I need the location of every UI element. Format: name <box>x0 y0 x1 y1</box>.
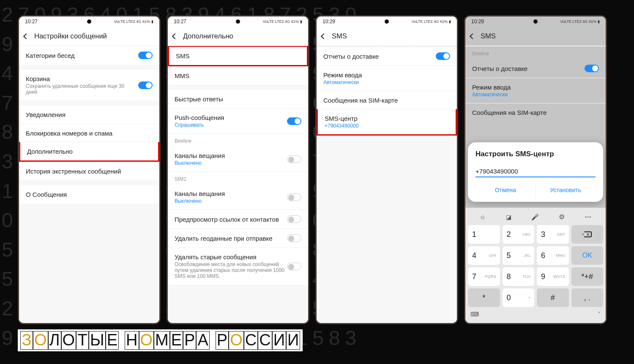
key-0[interactable]: 0+ <box>503 288 535 307</box>
toggle-broadcast-2[interactable] <box>287 193 301 201</box>
back-icon[interactable] <box>321 33 327 39</box>
toggle-broadcast-1[interactable] <box>287 155 301 163</box>
status-time: 10:27 <box>25 19 38 24</box>
section-beeline: Beeline <box>465 46 606 59</box>
status-right: VoLTE LTE2 4G 61%▮ <box>560 19 600 24</box>
header: Дополнительно <box>168 27 308 46</box>
toggle-delivery[interactable] <box>585 65 599 72</box>
sms-center-input[interactable] <box>476 166 596 177</box>
camera-hole <box>236 19 240 24</box>
status-right: VoLTE LTE2 4G 61%▮ <box>263 19 302 24</box>
status-time: 10:27 <box>174 19 186 24</box>
key-7[interactable]: 7PQRS <box>468 267 500 286</box>
page-title: Дополнительно <box>183 32 233 40</box>
camera-hole <box>385 19 389 24</box>
toggle-geo[interactable] <box>287 234 301 242</box>
header: Настройки сообщений <box>19 27 159 46</box>
status-time: 10:29 <box>471 19 484 24</box>
row-sim-messages[interactable]: Сообщения на SIM-карте <box>465 103 606 122</box>
row-about[interactable]: О Сообщения <box>19 185 159 204</box>
key-3[interactable]: 3DEF <box>537 225 569 244</box>
key-6[interactable]: 6MNO <box>537 246 569 265</box>
key-hash[interactable]: # <box>537 288 569 307</box>
emoji-icon[interactable] <box>480 213 486 221</box>
toggle-delivery[interactable] <box>436 52 450 60</box>
status-right: VoLTE LTE2 4G 61%▮ <box>412 19 451 24</box>
page-title: Настройки сообщений <box>34 32 107 40</box>
camera-hole <box>87 19 91 24</box>
row-broadcast-1[interactable]: Каналы вещания Выключено <box>168 147 308 171</box>
row-block-spam[interactable]: Блокировка номеров и спама <box>19 124 159 142</box>
key-2[interactable]: 2ABC <box>503 225 535 244</box>
toggle-preview[interactable] <box>287 215 301 223</box>
section-beeline: Beeline <box>168 133 308 147</box>
row-notifications[interactable]: Уведомления <box>19 106 159 124</box>
phone-screen-4: 10:29 VoLTE LTE2 4G 61%▮ SMS Beeline Отч… <box>464 15 607 324</box>
backspace-icon <box>582 231 592 237</box>
row-delivery-reports[interactable]: Отчеты о доставке <box>465 59 606 78</box>
header: SMS <box>465 27 606 46</box>
key-9[interactable]: 9WXYZ <box>537 267 569 286</box>
more-icon[interactable] <box>585 213 591 221</box>
phone-screen-2: 10:27 VoLTE LTE2 4G 61%▮ Дополнительно S… <box>167 15 309 324</box>
mic-icon[interactable] <box>531 213 538 221</box>
sms-center-dialog: Настроить SMS-центр Отмена Установить <box>468 142 603 202</box>
dialog-title: Настроить SMS-центр <box>476 150 596 158</box>
status-bar: 10:29 VoLTE LTE2 4G 61%▮ <box>317 16 457 27</box>
key-ok[interactable]: OK <box>571 246 604 265</box>
hide-keyboard-icon[interactable] <box>598 310 601 318</box>
row-sim-messages[interactable]: Сообщения на SIM-карте <box>317 91 457 109</box>
row-push[interactable]: Push-сообщения Спрашивать <box>168 108 308 133</box>
key-5[interactable]: 5JKL <box>503 246 535 265</box>
back-icon[interactable] <box>470 33 476 39</box>
keyboard-switch-icon[interactable] <box>470 310 479 318</box>
status-right: VoLTE LTE2 4G 61%▮ <box>114 19 153 24</box>
toggle-trash[interactable] <box>138 81 153 89</box>
row-trash[interactable]: Корзина Сохранять удаленные сообщения ещ… <box>19 70 159 101</box>
status-bar: 10:27 VoLTE LTE2 4G 61%▮ <box>19 16 159 27</box>
brand-watermark: ЗОЛОТЫЕ НОМЕРА РОССИИ <box>18 329 303 351</box>
page-title: SMS <box>332 32 347 40</box>
row-quick-replies[interactable]: Быстрые ответы <box>168 90 308 108</box>
key-punct[interactable]: , . <box>571 288 604 307</box>
status-time: 10:29 <box>322 19 335 24</box>
key-4[interactable]: 4GHI <box>468 246 500 265</box>
row-delete-old[interactable]: Удалять старые сообщения Освобождение ме… <box>168 247 308 285</box>
row-categories[interactable]: Категории бесед <box>19 46 159 65</box>
toggle-categories[interactable] <box>138 52 153 59</box>
sticker-icon[interactable] <box>506 213 511 221</box>
gear-icon[interactable] <box>559 213 565 221</box>
row-more[interactable]: Дополнительно <box>19 142 159 162</box>
row-emergency[interactable]: История экстренных сообщений <box>19 162 159 180</box>
row-delivery-reports[interactable]: Отчеты о доставке <box>317 46 457 65</box>
cancel-button[interactable]: Отмена <box>476 182 536 198</box>
row-geo[interactable]: Удалить геоданные при отправке <box>168 228 308 247</box>
camera-hole <box>533 19 538 24</box>
key-8[interactable]: 8TUV <box>503 267 535 286</box>
status-bar: 10:27 VoLTE LTE2 4G 61%▮ <box>168 16 308 27</box>
key-star[interactable]: * <box>468 288 500 307</box>
key-backspace[interactable] <box>571 225 604 244</box>
row-sms[interactable]: SMS <box>168 46 308 66</box>
row-input-mode[interactable]: Режим ввода Автоматически <box>317 65 457 91</box>
page-title: SMS <box>481 32 496 40</box>
phone-screen-3: 10:29 VoLTE LTE2 4G 61%▮ SMS Отчеты о до… <box>315 15 458 324</box>
key-1[interactable]: 1 <box>468 225 500 244</box>
section-sim2: SIM2 <box>168 171 308 185</box>
row-link-preview[interactable]: Предпросмотр ссылок от контактов <box>168 209 308 228</box>
back-icon[interactable] <box>172 33 178 39</box>
set-button[interactable]: Установить <box>536 182 596 198</box>
row-broadcast-2[interactable]: Каналы вещания Выключено <box>168 185 308 209</box>
row-mms[interactable]: MMS <box>168 66 308 85</box>
header: SMS <box>317 27 457 46</box>
toggle-push[interactable] <box>287 117 301 125</box>
key-symbols[interactable]: *+# <box>571 267 604 286</box>
row-input-mode[interactable]: Режим ввода Автоматически <box>465 78 606 103</box>
status-bar: 10:29 VoLTE LTE2 4G 61%▮ <box>465 16 606 27</box>
phone-screen-1: 10:27 VoLTE LTE2 4G 61%▮ Настройки сообщ… <box>18 15 161 324</box>
numeric-keyboard: 1 2ABC 3DEF 4GHI 5JKL 6MNO OK 7PQRS 8TUV… <box>465 208 606 323</box>
back-icon[interactable] <box>23 33 29 39</box>
row-sms-center[interactable]: SMS-центр +79043490000 <box>317 109 457 136</box>
toggle-delete-old[interactable] <box>287 263 301 270</box>
